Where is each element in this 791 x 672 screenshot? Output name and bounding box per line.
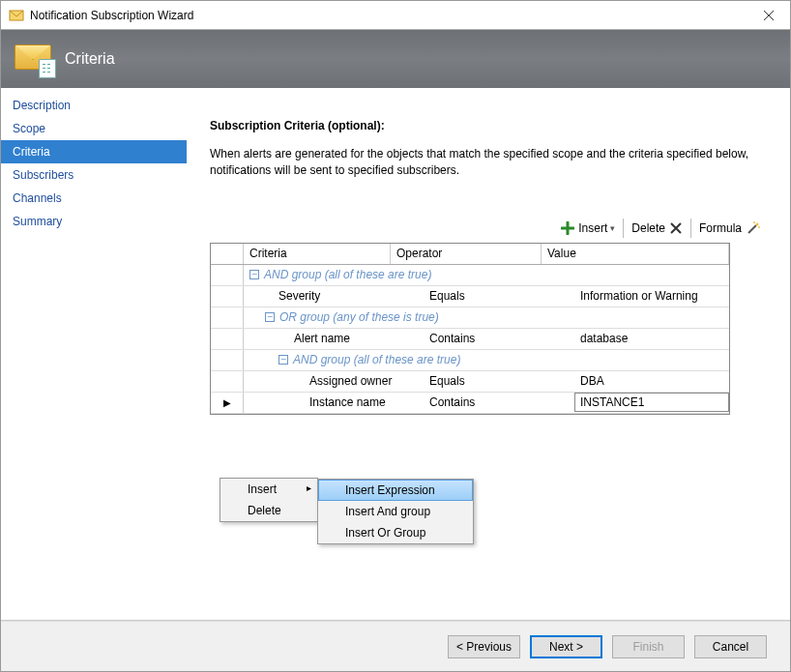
group-label: OR group (any of these is true) [279, 310, 439, 324]
sidebar-item-summary[interactable]: Summary [1, 210, 187, 233]
header-gutter [211, 244, 244, 264]
criteria-cell[interactable]: Alert name [244, 329, 424, 348]
next-button[interactable]: Next > [530, 635, 602, 658]
criteria-cell[interactable]: Instance name [244, 393, 424, 412]
previous-button[interactable]: < Previous [448, 635, 520, 658]
criteria-cell[interactable]: Assigned owner [244, 371, 424, 391]
submenu-insert-expression[interactable]: Insert Expression [318, 480, 473, 501]
context-menu-insert[interactable]: Insert [220, 479, 317, 500]
row-pointer-icon: ▶ [223, 397, 231, 408]
formula-icon [746, 220, 761, 236]
context-menu[interactable]: Insert Delete Insert Expression Insert A… [220, 478, 318, 522]
section-title: Subscription Criteria (optional): [210, 119, 767, 132]
group-row[interactable]: −OR group (any of these is true) [211, 307, 729, 329]
window-title: Notification Subscription Wizard [30, 9, 747, 22]
section-description: When alerts are generated for the object… [210, 146, 751, 179]
svg-point-2 [758, 226, 760, 228]
group-label: AND group (all of these are true) [264, 268, 431, 281]
sidebar-item-criteria[interactable]: Criteria [1, 140, 187, 163]
grid-body: −AND group (all of these are true) Sever… [211, 265, 729, 414]
titlebar: Notification Subscription Wizard [1, 1, 790, 30]
value-cell[interactable]: INSTANCE1 [574, 393, 729, 412]
criteria-row[interactable]: ▶ Instance name Contains INSTANCE1 [211, 393, 729, 414]
sidebar-item-scope[interactable]: Scope [1, 117, 187, 140]
collapse-icon[interactable]: − [249, 270, 259, 279]
app-icon [9, 8, 24, 23]
finish-button: Finish [612, 635, 685, 658]
criteria-row[interactable]: Severity Equals Information or Warning [211, 286, 729, 307]
context-menu-delete[interactable]: Delete [220, 500, 317, 521]
plus-icon [561, 221, 574, 235]
criteria-row[interactable]: Assigned owner Equals DBA [211, 371, 729, 393]
sidebar-item-channels[interactable]: Channels [1, 187, 187, 210]
row-gutter [211, 329, 244, 349]
criteria-grid[interactable]: Criteria Operator Value −AND group (all … [210, 243, 730, 415]
row-gutter: ▶ [211, 393, 244, 413]
row-gutter [211, 307, 244, 328]
group-label: AND group (all of these are true) [293, 353, 460, 366]
wizard-steps-sidebar: Description Scope Criteria Subscribers C… [1, 88, 187, 620]
sidebar-item-description[interactable]: Description [1, 94, 187, 117]
close-button[interactable] [747, 1, 790, 29]
value-cell[interactable]: Information or Warning [574, 286, 729, 306]
submenu-insert-and-group[interactable]: Insert And group [318, 501, 473, 522]
cancel-button[interactable]: Cancel [694, 635, 767, 658]
wizard-footer: < Previous Next > Finish Cancel [1, 621, 790, 671]
value-cell[interactable]: database [574, 329, 729, 348]
banner: Criteria [1, 30, 790, 88]
svg-point-1 [756, 222, 759, 225]
collapse-icon[interactable]: − [265, 312, 275, 322]
delete-label: Delete [631, 221, 665, 235]
row-gutter [211, 265, 244, 285]
row-gutter [211, 371, 244, 392]
formula-label: Formula [699, 221, 742, 235]
criteria-cell[interactable]: Severity [244, 286, 424, 306]
insert-label: Insert [578, 221, 607, 235]
collapse-icon[interactable]: − [278, 355, 288, 365]
x-icon [669, 221, 683, 235]
operator-cell[interactable]: Equals [424, 371, 574, 391]
delete-button[interactable]: Delete [626, 217, 688, 240]
separator [690, 219, 691, 238]
criteria-row[interactable]: Alert name Contains database [211, 329, 729, 350]
banner-title: Criteria [65, 50, 115, 68]
row-gutter [211, 350, 244, 370]
grid-header: Criteria Operator Value [211, 244, 729, 265]
sidebar-item-subscribers[interactable]: Subscribers [1, 163, 187, 187]
insert-button[interactable]: Insert ▾ [555, 217, 621, 240]
group-row[interactable]: −AND group (all of these are true) [211, 350, 729, 371]
row-gutter [211, 286, 244, 307]
operator-cell[interactable]: Equals [424, 286, 574, 306]
banner-icon [15, 44, 51, 73]
value-cell[interactable]: DBA [574, 371, 729, 391]
close-icon [763, 10, 775, 21]
group-row[interactable]: −AND group (all of these are true) [211, 265, 729, 286]
separator [623, 219, 624, 238]
submenu-insert-or-group[interactable]: Insert Or Group [318, 522, 473, 543]
context-submenu[interactable]: Insert Expression Insert And group Inser… [317, 479, 474, 544]
operator-cell[interactable]: Contains [424, 393, 574, 412]
toolbar: Insert ▾ Delete Formula [210, 216, 767, 241]
header-criteria[interactable]: Criteria [244, 244, 391, 264]
header-operator[interactable]: Operator [391, 244, 542, 264]
formula-button[interactable]: Formula [693, 217, 767, 240]
svg-point-3 [753, 221, 755, 223]
header-value[interactable]: Value [542, 244, 729, 264]
content-pane: Subscription Criteria (optional): When a… [187, 88, 790, 620]
chevron-down-icon: ▾ [610, 223, 615, 233]
operator-cell[interactable]: Contains [424, 329, 574, 348]
